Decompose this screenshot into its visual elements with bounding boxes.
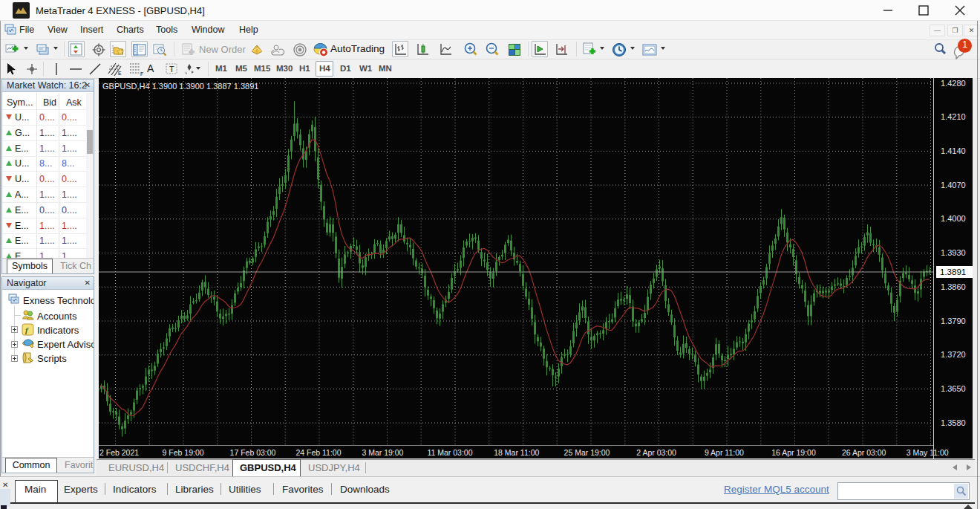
svg-text:1.3860: 1.3860: [941, 282, 966, 291]
svg-text:16 Apr 19:00: 16 Apr 19:00: [771, 448, 816, 457]
svg-text:17 Feb 03:00: 17 Feb 03:00: [230, 448, 276, 457]
svg-text:1.3580: 1.3580: [941, 418, 966, 427]
svg-text:26 Apr 03:00: 26 Apr 03:00: [842, 448, 886, 457]
svg-text:9 Feb 19:00: 9 Feb 19:00: [163, 448, 204, 457]
svg-text:E: E: [118, 71, 122, 76]
svg-text:1.3650: 1.3650: [941, 384, 966, 393]
svg-text:2 Feb 2021: 2 Feb 2021: [99, 448, 139, 457]
svg-text:18 Mar 11:00: 18 Mar 11:00: [494, 448, 539, 457]
svg-text:3 May 11:00: 3 May 11:00: [906, 448, 949, 457]
svg-text:1.3720: 1.3720: [941, 350, 966, 359]
svg-text:1.4210: 1.4210: [941, 112, 966, 121]
svg-text:1.3930: 1.3930: [941, 248, 966, 257]
svg-text:GBPUSD,H4 1.3900 1.3900 1.388: GBPUSD,H4 1.3900 1.3900 1.3887 1.3891: [102, 82, 258, 91]
svg-text:1.4000: 1.4000: [941, 214, 966, 223]
svg-text:1.3790: 1.3790: [941, 317, 966, 325]
svg-text:9 Apr 11:00: 9 Apr 11:00: [705, 448, 744, 457]
svg-text:2 Apr 03:00: 2 Apr 03:00: [636, 448, 676, 457]
svg-text:1.4280: 1.4280: [941, 79, 966, 88]
svg-text:25 Mar 19:00: 25 Mar 19:00: [564, 448, 610, 457]
svg-text:1.4140: 1.4140: [941, 146, 966, 155]
svg-text:24 Feb 11:00: 24 Feb 11:00: [295, 448, 341, 457]
svg-text:1.3891: 1.3891: [940, 268, 966, 276]
svg-text:T: T: [169, 65, 174, 74]
svg-text:1.4070: 1.4070: [941, 181, 966, 189]
svg-text:11 Mar 03:00: 11 Mar 03:00: [427, 448, 472, 457]
svg-text:F: F: [140, 71, 143, 77]
svg-text:3 Mar 19:00: 3 Mar 19:00: [362, 448, 403, 457]
